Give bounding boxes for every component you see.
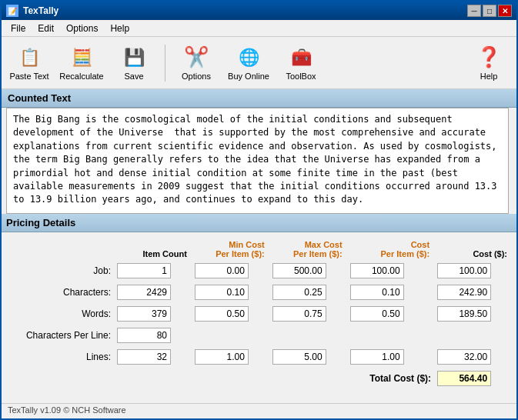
field-cost-row-2[interactable] [437,306,491,322]
toolbox-button[interactable]: 🧰 ToolBox [278,42,324,85]
toolbox-label: ToolBox [286,72,316,81]
options-button[interactable]: ✂️ Options [173,42,219,85]
field-cost-row-1[interactable] [437,285,491,300]
options-icon: ✂️ [184,45,209,70]
pricing-table: Item Count Min CostPer Item ($): Max Cos… [6,238,512,389]
options-label: Options [182,72,211,81]
pricing-row-2: Words: [6,303,512,325]
title-controls: ─ □ ✕ [467,5,512,17]
text-area-container [2,108,516,214]
row-label-0: Job: [6,260,114,282]
field-max_cost-row-1[interactable] [272,285,326,300]
field-cost-row-4[interactable] [437,349,491,365]
field-cost_per_item-row-0[interactable] [350,263,404,278]
total-cost-label: Total Cost ($): [347,368,435,389]
help-icon: ❓ [476,45,501,70]
paste-text-icon: 📋 [17,45,42,70]
minimize-button[interactable]: ─ [467,5,481,17]
col-cost: Cost ($): [434,238,512,260]
status-text: TexTally v1.09 © NCH Software [8,405,126,415]
buy-online-label: Buy Online [228,72,269,81]
menu-options[interactable]: Options [60,22,104,35]
title-bar: 📝 TexTally ─ □ ✕ [2,2,516,20]
status-bar: TexTally v1.09 © NCH Software [2,403,516,418]
field-min_cost-row-4[interactable] [195,349,249,365]
content-area: Counted Text Pricing Details Item Count … [2,89,516,403]
field-item_count-row-3[interactable] [117,328,171,343]
field-cost_per_item-row-2[interactable] [350,306,404,322]
field-cost_per_item-row-4[interactable] [350,349,404,365]
pricing-row-4: Lines: [6,346,512,368]
menu-bar: File Edit Options Help [2,20,516,37]
field-min_cost-row-0[interactable] [195,263,249,278]
menu-edit[interactable]: Edit [32,22,60,35]
field-cost-row-0[interactable] [437,263,491,278]
buy-online-button[interactable]: 🌐 Buy Online [226,42,272,85]
field-min_cost-row-2[interactable] [195,306,249,322]
col-max-cost: Max CostPer Item ($): [269,238,347,260]
field-item_count-row-1[interactable] [117,285,171,300]
toolbar-separator-1 [165,45,165,82]
paste-text-label: Paste Text [9,72,48,81]
buy-online-icon: 🌐 [236,45,261,70]
field-max_cost-row-0[interactable] [272,263,326,278]
field-item_count-row-2[interactable] [117,306,171,322]
total-cost-value[interactable] [437,371,491,386]
main-window: 📝 TexTally ─ □ ✕ File Edit Options Help … [0,0,518,420]
help-label: Help [480,72,498,81]
row-label-2: Words: [6,303,114,325]
pricing-header: Pricing Details [2,214,516,232]
toolbar: 📋 Paste Text 🧮 Recalculate 💾 Save ✂️ Opt… [2,37,516,89]
help-button[interactable]: ❓ Help [466,42,512,85]
title-bar-left: 📝 TexTally [6,5,58,17]
pricing-row-3: Characters Per Line: [6,325,512,346]
field-item_count-row-4[interactable] [117,349,171,365]
paste-text-button[interactable]: 📋 Paste Text [6,42,52,85]
field-max_cost-row-2[interactable] [272,306,326,322]
row-label-4: Lines: [6,346,114,368]
recalculate-icon: 🧮 [69,45,94,70]
col-cost-per-item: CostPer Item ($): [347,238,435,260]
save-label: Save [124,72,143,81]
pricing-row-0: Job: [6,260,512,282]
field-min_cost-row-1[interactable] [195,285,249,300]
close-button[interactable]: ✕ [498,5,512,17]
row-label-1: Characters: [6,282,114,303]
field-item_count-row-0[interactable] [117,263,171,278]
counted-text-area[interactable] [6,108,509,214]
col-min-cost: Min CostPer Item ($): [192,238,269,260]
save-button[interactable]: 💾 Save [111,42,157,85]
pricing-container: Pricing Details Item Count Min CostPer I… [2,214,516,403]
maximize-button[interactable]: □ [483,5,496,17]
app-icon: 📝 [6,5,18,17]
field-cost_per_item-row-1[interactable] [350,285,404,300]
menu-file[interactable]: File [5,22,32,35]
recalculate-button[interactable]: 🧮 Recalculate [58,42,105,85]
window-title: TexTally [23,5,58,16]
save-icon: 💾 [122,45,146,70]
col-item-count: Item Count [114,238,192,260]
field-max_cost-row-4[interactable] [272,349,326,365]
row-label-3: Characters Per Line: [6,325,114,346]
counted-text-header: Counted Text [2,89,516,108]
menu-help[interactable]: Help [104,22,135,35]
recalculate-label: Recalculate [59,72,103,81]
toolbox-icon: 🧰 [289,45,313,70]
pricing-row-1: Characters: [6,282,512,303]
